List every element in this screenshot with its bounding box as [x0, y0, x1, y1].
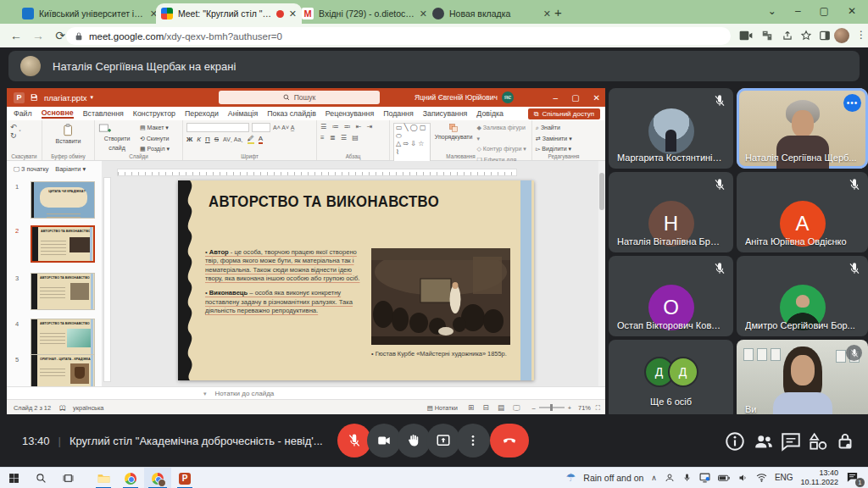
meeting-details-info-icon[interactable] — [724, 430, 746, 452]
translate-icon[interactable] — [761, 30, 773, 42]
task-view-button[interactable] — [54, 468, 81, 488]
view-buttons[interactable]: ⊞ ⊟ ▤ 🖵 — [468, 403, 524, 413]
save-icon[interactable] — [30, 93, 38, 102]
maximize-button[interactable]: ▢ — [820, 5, 829, 17]
tile-self-view[interactable]: Ви — [737, 340, 868, 420]
bold-button[interactable]: Ж — [186, 136, 192, 143]
ppt-filename[interactable]: плагіат.pptx — [44, 93, 87, 103]
new-slide-button[interactable]: Створити слайд — [98, 135, 136, 152]
participants-icon[interactable] — [753, 430, 775, 452]
zoom-level[interactable]: 71% — [578, 404, 591, 412]
ppt-tab-help[interactable]: Довідка — [476, 109, 504, 118]
weather-status[interactable]: Rain off and on — [583, 473, 643, 483]
font-color-icon[interactable]: A — [259, 135, 263, 144]
tab-university[interactable]: Київський університет імені Бор ✕ — [17, 3, 163, 24]
present-screen-button[interactable] — [426, 424, 460, 458]
forward-icon[interactable]: → — [27, 29, 49, 42]
ppt-tab-transitions[interactable]: Переходи — [185, 109, 219, 118]
ppt-tab-home[interactable]: Основне — [42, 108, 74, 119]
variants-dropdown[interactable]: Варіанти ▾ — [55, 165, 86, 173]
italic-button[interactable]: К — [197, 136, 201, 143]
wifi-tray-icon[interactable] — [756, 473, 767, 482]
tile-natalia-brachun[interactable]: Н Наталія Віталіївна Брачун — [609, 172, 733, 252]
reset-button[interactable]: ⟲ Скинути — [140, 134, 170, 145]
mic-tray-icon[interactable] — [682, 473, 692, 483]
taskbar-search-button[interactable] — [27, 468, 54, 488]
ppt-tab-record[interactable]: Записування — [423, 109, 468, 118]
current-slide[interactable]: АВТОРСТВО ТА ВИКОНАВСТВО • Автор - це ос… — [178, 180, 534, 380]
fit-slide-icon[interactable]: ⛶ — [596, 404, 600, 412]
slide-thumbnail-3[interactable]: АВТОРСТВО ТА ВИКОНАВСТВО — [31, 273, 95, 310]
start-button[interactable] — [0, 468, 27, 488]
char-spacing-icon[interactable]: AV˯ Aa˯ — [223, 136, 243, 142]
more-options-button[interactable] — [456, 424, 490, 458]
bookmark-star-icon[interactable] — [800, 30, 812, 42]
tile-options-kebab-icon[interactable]: ••• — [843, 94, 861, 112]
language-status[interactable]: українська — [73, 404, 103, 412]
layout-button[interactable]: ▤ Макет ▾ — [140, 123, 170, 134]
align-icons[interactable]: ≡ ≣ ☰ ▤ — [320, 134, 386, 141]
tab-newtab[interactable]: Новая вкладка ✕ — [427, 3, 556, 24]
ppt-tab-animations[interactable]: Анімація — [228, 109, 258, 118]
shape-fill-button[interactable]: ◆ Заливка фігури ▾ — [477, 123, 529, 144]
strikethrough-button[interactable]: S — [214, 136, 219, 143]
font-name-select[interactable] — [186, 123, 249, 132]
tab-close-icon[interactable]: ✕ — [289, 8, 297, 19]
arrange-icon[interactable] — [448, 123, 459, 133]
tile-dmytro-bor[interactable]: Дмитро Сергійович Бор... — [737, 256, 868, 336]
teams-tray-icon[interactable] — [665, 473, 675, 483]
display-share-tray-icon[interactable] — [699, 473, 710, 483]
ppt-tab-review[interactable]: Рецензування — [326, 109, 374, 118]
zoom-out-button[interactable]: – — [532, 404, 536, 412]
raise-hand-button[interactable] — [397, 424, 431, 458]
ppt-tab-file[interactable]: Файл — [14, 109, 32, 118]
chrome-taskbar-button[interactable] — [117, 468, 144, 488]
ppt-tab-design[interactable]: Конструктор — [133, 109, 175, 118]
canvas-scrollbar[interactable] — [598, 161, 605, 386]
back-icon[interactable]: ← — [5, 29, 27, 42]
notes-collapse-icon[interactable]: ▾ — [203, 391, 207, 397]
from-start-button[interactable]: 🖵 З початку — [14, 165, 48, 173]
tile-anita-ovdiienko[interactable]: А Аніта Юріївна Овдієнко — [737, 172, 868, 252]
tile-overflow-more-people[interactable]: Д Д Ще 6 осіб — [609, 340, 733, 420]
host-controls-lock-icon[interactable] — [834, 430, 856, 452]
find-button[interactable]: ⌕ Знайти — [536, 123, 592, 134]
tile-natalia-shcherbak-presenter[interactable]: ••• Наталія Сергіївна Щерб... — [737, 88, 868, 169]
profile-avatar[interactable] — [834, 28, 849, 43]
chrome-profile-chevron-icon[interactable]: ⌄ — [768, 5, 776, 17]
ppt-maximize-button[interactable]: ▢ — [571, 93, 579, 103]
redo-icon[interactable]: ↻ — [10, 131, 38, 140]
notification-center-button[interactable]: 1 — [846, 471, 861, 485]
zoom-in-button[interactable]: + — [568, 404, 571, 412]
mic-toggle-button-muted[interactable] — [337, 424, 371, 458]
filename-dropdown-icon[interactable]: ▾ — [91, 94, 94, 101]
ppt-tab-slideshow[interactable]: Показ слайдів — [267, 109, 316, 118]
camera-permission-icon[interactable] — [739, 30, 753, 41]
paste-icon[interactable] — [63, 124, 75, 137]
tab-close-icon[interactable]: ✕ — [543, 8, 551, 19]
share-icon[interactable] — [782, 30, 793, 42]
input-language[interactable]: ENG — [775, 473, 793, 482]
end-call-button[interactable] — [490, 424, 529, 458]
slide-thumbnail-2-selected[interactable]: АВТОРСТВО ТА ВИКОНАВСТВО — [31, 225, 95, 263]
tab-meet[interactable]: Meet: "Круглий стіл "Акаде ✕ — [156, 3, 302, 24]
side-panel-icon[interactable] — [819, 30, 831, 42]
arrange-button[interactable]: Упорядкувати — [435, 133, 473, 142]
notes-bar[interactable]: ▾ Нотатки до слайда — [7, 386, 605, 400]
new-slide-icon[interactable] — [98, 123, 111, 135]
powerpoint-taskbar-button[interactable]: P — [171, 468, 198, 488]
close-button[interactable]: ✕ — [848, 5, 856, 17]
file-explorer-button[interactable] — [90, 468, 117, 488]
slide-thumbnail-5[interactable]: ОРИГІНАЛ - ЦИТАТА - КРАДІЖКА — [31, 354, 95, 386]
tab-close-icon[interactable]: ✕ — [420, 8, 427, 19]
tab-gmail[interactable]: M Вхідні (729) - o.dietochka@kubg ✕ — [297, 3, 432, 24]
undo-icon[interactable]: ↶ ˯ — [10, 123, 38, 131]
camera-toggle-button[interactable] — [367, 424, 401, 458]
tile-marharyta[interactable]: Маргарита Костянтинів... — [609, 88, 733, 169]
volume-tray-icon[interactable] — [737, 473, 748, 483]
browser-menu-kebab-icon[interactable]: ⋮ — [856, 29, 866, 41]
zoom-slider[interactable] — [539, 407, 565, 408]
chrome-profile-taskbar-button-active[interactable] — [144, 468, 171, 488]
notes-toggle[interactable]: ▤ Нотатки — [427, 404, 458, 412]
ppt-minimize-button[interactable]: – — [554, 93, 559, 103]
